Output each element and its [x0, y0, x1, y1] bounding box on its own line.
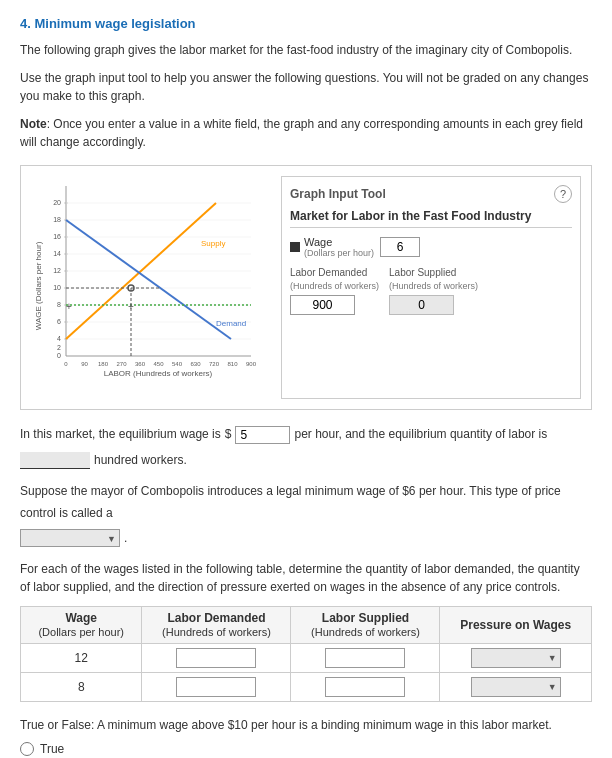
svg-text:900: 900	[246, 361, 257, 367]
svg-text:LABOR (Hundreds of workers): LABOR (Hundreds of workers)	[104, 369, 213, 378]
question-title: 4. Minimum wage legislation	[20, 16, 592, 31]
svg-text:540: 540	[172, 361, 183, 367]
supply-label: Supply	[201, 239, 225, 248]
svg-text:14: 14	[53, 250, 61, 257]
price-control-select-wrapper[interactable]: price floor price ceiling	[20, 528, 120, 550]
col-pressure: Pressure on Wages	[440, 606, 592, 643]
chart-svg: WAGE (Dollars per hour) 0 2 4 6 8 10 12 …	[31, 176, 261, 396]
svg-text:180: 180	[98, 361, 109, 367]
radio-true-input[interactable]	[20, 742, 34, 756]
wage-indicator	[290, 242, 300, 252]
labor-demanded-input[interactable]	[290, 295, 355, 315]
wage-table: Wage (Dollars per hour) Labor Demanded (…	[20, 606, 592, 702]
graph-container: WAGE (Dollars per hour) 0 2 4 6 8 10 12 …	[20, 165, 592, 410]
svg-text:10: 10	[53, 284, 61, 291]
pressure-select-12[interactable]: Upward Downward No pressure	[471, 648, 561, 668]
svg-text:630: 630	[190, 361, 201, 367]
price-control-select[interactable]: price floor price ceiling	[20, 529, 120, 547]
labor-demanded-12[interactable]	[176, 648, 256, 668]
market-title: Market for Labor in the Fast Food Indust…	[290, 209, 572, 228]
table-description: For each of the wages listed in the foll…	[20, 560, 592, 596]
svg-text:0: 0	[64, 361, 68, 367]
intro-text: The following graph gives the labor mark…	[20, 41, 592, 59]
svg-text:0: 0	[57, 352, 61, 359]
instruction-text: Use the graph input tool to help you ans…	[20, 69, 592, 105]
true-false-section: True or False: A minimum wage above $10 …	[20, 716, 592, 758]
equilibrium-question: In this market, the equilibrium wage is …	[20, 424, 592, 471]
svg-text:16: 16	[53, 233, 61, 240]
help-icon[interactable]: ?	[554, 185, 572, 203]
svg-text:720: 720	[209, 361, 220, 367]
svg-text:270: 270	[116, 361, 127, 367]
chart-area: WAGE (Dollars per hour) 0 2 4 6 8 10 12 …	[31, 176, 271, 399]
pressure-select-wrapper-8[interactable]: Upward Downward No pressure	[471, 677, 561, 697]
svg-text:12: 12	[53, 267, 61, 274]
svg-text:360: 360	[135, 361, 146, 367]
svg-text:4: 4	[57, 335, 61, 342]
equilibrium-wage-input[interactable]	[235, 426, 290, 444]
graph-input-panel: Graph Input Tool ? Market for Labor in t…	[281, 176, 581, 399]
min-wage-question: Suppose the mayor of Combopolis introduc…	[20, 481, 592, 550]
labor-supplied-12[interactable]	[325, 648, 405, 668]
svg-text:90: 90	[81, 361, 88, 367]
svg-text:2: 2	[57, 344, 61, 351]
radio-true-label: True	[40, 742, 64, 756]
wage-value-12: 12	[21, 643, 142, 672]
demand-label: Demand	[216, 319, 246, 328]
table-row: 8 Upward Downward No pressure	[21, 672, 592, 701]
y-axis-label: WAGE (Dollars per hour)	[34, 241, 43, 330]
labor-supplied-8[interactable]	[325, 677, 405, 697]
table-row: 12 Upward Downward No pressure	[21, 643, 592, 672]
wage-sublabel-text: (Dollars per hour)	[304, 248, 374, 258]
wage-label-text: Wage	[304, 236, 374, 248]
svg-text:8: 8	[57, 301, 61, 308]
col-wage: Wage (Dollars per hour)	[21, 606, 142, 643]
svg-text:+: +	[128, 301, 134, 312]
pressure-select-8[interactable]: Upward Downward No pressure	[471, 677, 561, 697]
svg-text:450: 450	[153, 361, 164, 367]
labor-supplied-input[interactable]	[389, 295, 454, 315]
svg-text:6: 6	[57, 318, 61, 325]
col-labor-demanded: Labor Demanded (Hundreds of workers)	[142, 606, 291, 643]
labor-demanded-label: Labor Demanded (Hundreds of workers)	[290, 266, 379, 293]
note-text: Note: Once you enter a value in a white …	[20, 115, 592, 151]
col-labor-supplied: Labor Supplied (Hundreds of workers)	[291, 606, 440, 643]
svg-text:18: 18	[53, 216, 61, 223]
graph-input-title-text: Graph Input Tool	[290, 187, 386, 201]
svg-text:20: 20	[53, 199, 61, 206]
pressure-select-wrapper-12[interactable]: Upward Downward No pressure	[471, 648, 561, 668]
radio-true[interactable]: True	[20, 742, 592, 756]
labor-demanded-8[interactable]	[176, 677, 256, 697]
equilibrium-quantity-input[interactable]	[20, 452, 90, 469]
svg-text:810: 810	[227, 361, 238, 367]
wage-input[interactable]	[380, 237, 420, 257]
labor-supplied-label: Labor Supplied (Hundreds of workers)	[389, 266, 478, 293]
demand-line	[66, 220, 231, 339]
wage-value-8: 8	[21, 672, 142, 701]
svg-text:+: +	[66, 301, 72, 312]
true-false-label: True or False: A minimum wage above $10 …	[20, 716, 592, 734]
